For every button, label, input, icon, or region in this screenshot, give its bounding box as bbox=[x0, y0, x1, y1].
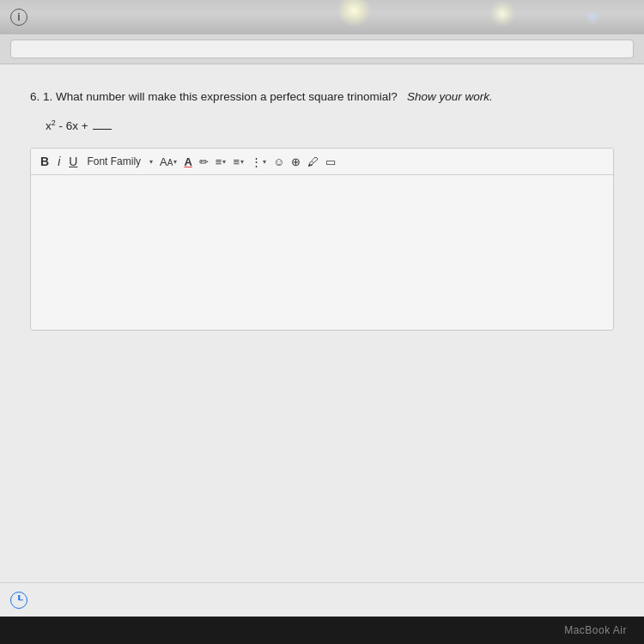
info-icon-label: i bbox=[17, 11, 20, 23]
link-icon: ⊕ bbox=[291, 155, 301, 168]
font-family-label: Font Family bbox=[87, 155, 141, 167]
attach-icon: 🖊 bbox=[307, 155, 319, 168]
ordered-list-button[interactable]: ≡ ▾ bbox=[231, 154, 246, 170]
device-label: MacBook Air bbox=[564, 624, 627, 636]
question-part: 1. bbox=[43, 90, 52, 103]
link-button[interactable]: ⊕ bbox=[289, 154, 302, 170]
attach-button[interactable]: 🖊 bbox=[306, 154, 320, 170]
align-icon: ≡ bbox=[216, 155, 222, 168]
blank-answer bbox=[93, 129, 112, 130]
more-options-button[interactable]: ▭ bbox=[324, 154, 337, 170]
mac-taskbar: MacBook Air bbox=[0, 617, 644, 644]
font-family-arrow[interactable]: ▾ bbox=[148, 156, 155, 167]
question-text: 6. 1. What number will make this express… bbox=[30, 88, 614, 106]
editor-container: B i U Font Family ▾ AA ▾ bbox=[30, 148, 614, 331]
font-size-button[interactable]: AA ▾ bbox=[158, 154, 179, 170]
font-size-arrow: ▾ bbox=[173, 158, 177, 166]
font-family-arrow-icon: ▾ bbox=[149, 158, 153, 166]
url-bar-area bbox=[0, 34, 644, 64]
more-options-icon: ▭ bbox=[325, 155, 336, 168]
question-area: 6. 1. What number will make this express… bbox=[0, 64, 644, 582]
bokeh-decoration bbox=[0, 0, 644, 34]
text-color-button[interactable]: A bbox=[182, 154, 193, 170]
unordered-list-button[interactable]: ⋮ ▾ bbox=[249, 154, 268, 170]
editor-toolbar: B i U Font Family ▾ AA ▾ bbox=[31, 149, 613, 175]
ordered-list-icon: ≡ bbox=[233, 155, 240, 168]
editor-body[interactable] bbox=[31, 175, 613, 330]
font-family-dropdown[interactable]: Font Family bbox=[83, 154, 144, 169]
highlight-icon: ✏ bbox=[199, 155, 209, 168]
unordered-list-arrow: ▾ bbox=[263, 158, 266, 166]
top-bar: i bbox=[0, 0, 644, 34]
align-button[interactable]: ≡ ▾ bbox=[214, 154, 228, 170]
align-arrow: ▾ bbox=[222, 158, 226, 166]
url-bar[interactable] bbox=[10, 39, 634, 58]
question-number-label: 6. 1. What number will make this express… bbox=[30, 90, 493, 103]
emoji-icon: ☺ bbox=[273, 155, 284, 168]
exponent-2: 2 bbox=[52, 118, 56, 127]
math-expression: x2 - 6x + bbox=[46, 119, 614, 132]
info-icon[interactable]: i bbox=[10, 9, 27, 26]
question-number-num: 6. bbox=[30, 90, 39, 103]
clock-icon[interactable] bbox=[10, 592, 27, 609]
italic-button[interactable]: i bbox=[55, 153, 63, 170]
show-work-label: Show your work. bbox=[407, 90, 493, 103]
screen: i 6. 1. What number will make this expre… bbox=[0, 0, 644, 644]
main-content: 6. 1. What number will make this express… bbox=[0, 64, 644, 582]
highlight-button[interactable]: ✏ bbox=[197, 154, 210, 170]
question-main-text: What number will make this expression a … bbox=[56, 90, 398, 103]
underline-button[interactable]: U bbox=[66, 153, 80, 170]
ordered-list-arrow: ▾ bbox=[240, 158, 244, 166]
math-text: x2 - 6x + bbox=[46, 119, 112, 132]
text-color-label: A bbox=[184, 155, 191, 168]
bottom-bar bbox=[0, 582, 644, 617]
unordered-list-icon: ⋮ bbox=[251, 155, 262, 168]
emoji-button[interactable]: ☺ bbox=[271, 154, 286, 170]
bold-button[interactable]: B bbox=[38, 153, 52, 170]
font-size-label: AA bbox=[160, 155, 173, 168]
